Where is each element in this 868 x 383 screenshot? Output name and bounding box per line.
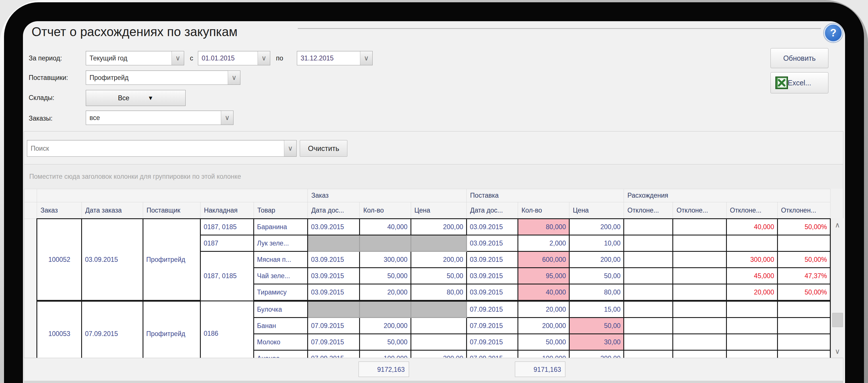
- table-cell[interactable]: [673, 251, 726, 268]
- table-cell[interactable]: 80,00: [411, 284, 466, 301]
- table-cell[interactable]: 07.09.2015: [82, 301, 143, 367]
- table-cell[interactable]: 45,000: [726, 268, 777, 284]
- table-cell[interactable]: 03.09.2015: [308, 219, 360, 235]
- table-cell[interactable]: [624, 235, 673, 251]
- table-cell[interactable]: [411, 318, 466, 334]
- table-cell[interactable]: 03.09.2015: [466, 284, 518, 301]
- table-cell[interactable]: Мясная п...: [254, 251, 308, 268]
- table-cell[interactable]: [777, 334, 830, 350]
- table-cell[interactable]: 07.09.2015: [308, 334, 360, 350]
- scroll-up-icon[interactable]: ∧: [831, 218, 844, 232]
- table-cell[interactable]: 50,00: [569, 318, 624, 334]
- table-cell[interactable]: 100052: [37, 219, 82, 301]
- column-header[interactable]: Кол-во: [518, 202, 569, 219]
- table-cell[interactable]: [673, 268, 726, 284]
- table-cell[interactable]: 95,000: [518, 268, 569, 284]
- table-cell[interactable]: 200,000: [518, 318, 569, 334]
- table-cell[interactable]: 50,00%: [777, 251, 830, 268]
- table-cell[interactable]: [624, 334, 673, 350]
- column-header[interactable]: [37, 189, 308, 202]
- search-combo[interactable]: ∨: [27, 140, 297, 157]
- table-cell[interactable]: 47,37%: [777, 268, 830, 284]
- column-header[interactable]: Поставка: [466, 189, 624, 202]
- chevron-down-icon[interactable]: ∨: [221, 111, 233, 125]
- table-cell[interactable]: [726, 235, 777, 251]
- table-cell[interactable]: 50,00: [411, 268, 466, 284]
- table-cell[interactable]: 0187, 0185: [200, 219, 254, 235]
- table-cell[interactable]: 600,000: [518, 251, 569, 268]
- period-select[interactable]: Текущий год ∨: [86, 51, 184, 65]
- table-cell[interactable]: 03.09.2015: [308, 251, 360, 268]
- group-by-dropzone[interactable]: Поместите сюда заголовок колонки для гру…: [24, 164, 843, 189]
- table-cell[interactable]: Лук зеле...: [254, 235, 308, 251]
- chevron-down-icon[interactable]: ∨: [228, 71, 240, 84]
- table-cell[interactable]: [624, 219, 673, 235]
- table-cell[interactable]: 03.09.2015: [466, 219, 518, 235]
- table-cell[interactable]: 07.09.2015: [308, 318, 360, 334]
- date-to-select[interactable]: 31.12.2015 ∨: [297, 51, 373, 65]
- table-cell[interactable]: 0187, 0185: [200, 251, 254, 301]
- table-cell[interactable]: 07.09.2015: [466, 318, 518, 334]
- table-cell[interactable]: [624, 301, 673, 318]
- stores-dropdown-button[interactable]: Все ▼: [86, 90, 186, 106]
- table-cell[interactable]: 200,00: [411, 219, 466, 235]
- table-cell[interactable]: [673, 301, 726, 318]
- table-cell[interactable]: Профитрейд: [143, 219, 200, 301]
- table-cell[interactable]: Молоко: [254, 334, 308, 350]
- suppliers-select[interactable]: Профитрейд ∨: [86, 70, 240, 85]
- table-cell[interactable]: 300,000: [726, 251, 777, 268]
- column-header[interactable]: Накладная: [200, 202, 254, 219]
- table-cell[interactable]: [673, 334, 726, 350]
- column-header[interactable]: Кол-во: [360, 202, 411, 219]
- table-cell[interactable]: [24, 219, 37, 367]
- table-cell[interactable]: [411, 235, 466, 251]
- table-cell[interactable]: 03.09.2015: [466, 235, 518, 251]
- table-cell[interactable]: 80,00: [569, 284, 624, 301]
- table-cell[interactable]: 40,000: [360, 219, 411, 235]
- table-cell[interactable]: 07.09.2015: [466, 301, 518, 318]
- refresh-button[interactable]: Обновить: [771, 48, 829, 68]
- table-cell[interactable]: 20,000: [360, 284, 411, 301]
- scroll-down-icon[interactable]: ∨: [831, 345, 844, 358]
- table-cell[interactable]: [360, 235, 411, 251]
- table-cell[interactable]: 03.09.2015: [466, 251, 518, 268]
- column-header[interactable]: Дата заказа: [82, 202, 143, 219]
- date-from-select[interactable]: 01.01.2015 ∨: [198, 51, 270, 65]
- excel-button[interactable]: Excel...: [771, 72, 829, 93]
- table-cell[interactable]: Профитрейд: [143, 301, 200, 367]
- table-cell[interactable]: 50,00: [569, 268, 624, 284]
- chevron-down-icon[interactable]: ∨: [257, 51, 270, 65]
- table-cell[interactable]: [308, 301, 360, 318]
- table-cell[interactable]: 200,00: [569, 219, 624, 235]
- orders-select[interactable]: все ∨: [86, 111, 234, 125]
- chevron-down-icon[interactable]: ∨: [360, 51, 372, 65]
- table-cell[interactable]: [624, 318, 673, 334]
- table-cell[interactable]: [673, 318, 726, 334]
- column-header[interactable]: Заказ: [308, 189, 467, 202]
- table-cell[interactable]: 30,00: [569, 334, 624, 350]
- table-cell[interactable]: 20,000: [518, 301, 569, 318]
- column-header[interactable]: Отклоне...: [624, 202, 673, 219]
- table-cell[interactable]: [777, 318, 830, 334]
- column-header[interactable]: Дата дос...: [308, 202, 360, 219]
- table-cell[interactable]: [673, 235, 726, 251]
- table-cell[interactable]: 20,000: [726, 284, 777, 301]
- table-cell[interactable]: [624, 268, 673, 284]
- table-cell[interactable]: 80,000: [518, 219, 569, 235]
- table-cell[interactable]: 03.09.2015: [466, 268, 518, 284]
- column-header[interactable]: Заказ: [37, 202, 82, 219]
- table-cell[interactable]: Тирамису: [254, 284, 308, 301]
- clear-search-button[interactable]: Очистить: [300, 140, 347, 157]
- column-header[interactable]: Отклоне...: [673, 202, 726, 219]
- table-cell[interactable]: 200,00: [569, 251, 624, 268]
- column-header[interactable]: Дата дос...: [466, 202, 518, 219]
- table-cell[interactable]: 0187: [200, 235, 254, 251]
- table-cell[interactable]: 2,000: [518, 235, 569, 251]
- table-cell[interactable]: Булочка: [254, 301, 308, 318]
- table-cell[interactable]: 10,00: [569, 235, 624, 251]
- chevron-down-icon[interactable]: ∨: [284, 140, 296, 156]
- table-cell[interactable]: [360, 301, 411, 318]
- table-cell[interactable]: [777, 235, 830, 251]
- table-cell[interactable]: [726, 318, 777, 334]
- table-cell[interactable]: 50,000: [360, 334, 411, 350]
